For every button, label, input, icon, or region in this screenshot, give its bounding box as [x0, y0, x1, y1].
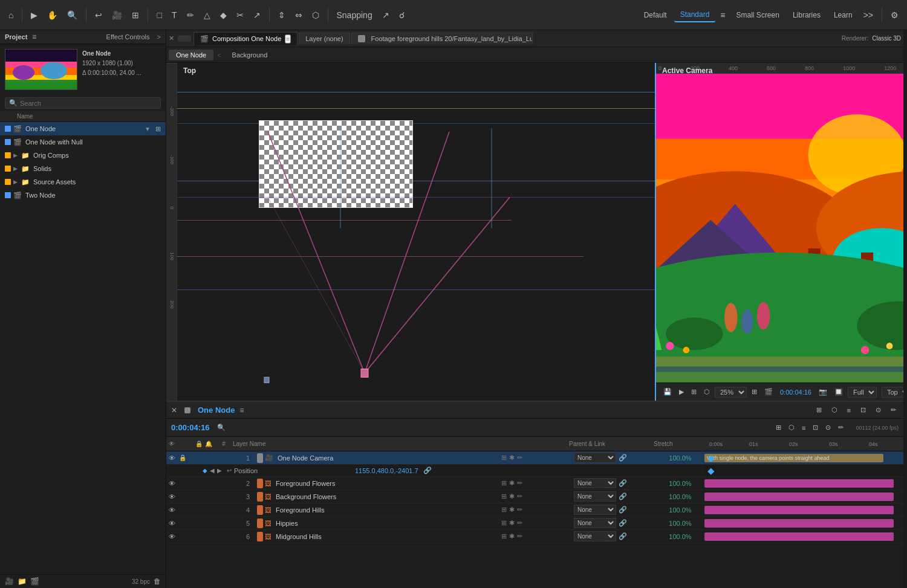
- track-row-1[interactable]: With single node, the camera points stra…: [704, 451, 903, 465]
- camera-tool[interactable]: 🎥: [108, 8, 126, 22]
- layer-row-2[interactable]: 👁 2 🖼 Foreground Flowers ⊞ ✱ ✏: [166, 477, 704, 490]
- view-mode-select[interactable]: Top: [882, 387, 903, 398]
- transport-btn5[interactable]: ⊙: [873, 405, 883, 415]
- project-menu-btn[interactable]: ≡: [32, 33, 36, 41]
- expand-btn[interactable]: >: [157, 33, 161, 40]
- tl-btn3[interactable]: ≡: [799, 423, 808, 433]
- project-item-one-node[interactable]: 🎬 One Node ▼ ⊞: [0, 122, 166, 135]
- tab-close-btn[interactable]: ≡: [285, 34, 291, 44]
- comp-tab-layer[interactable]: Layer (none): [299, 33, 349, 44]
- switch-icon[interactable]: ⊞: [501, 479, 507, 487]
- puppet-tool[interactable]: ✂: [233, 8, 247, 22]
- pin-tool[interactable]: ↗: [250, 8, 264, 22]
- switch-icon[interactable]: ✱: [509, 519, 515, 527]
- track-row-3[interactable]: [704, 490, 903, 503]
- transport-btn2[interactable]: ⬡: [829, 405, 840, 415]
- keyframe-icon[interactable]: ◆: [203, 467, 207, 474]
- switch-icon[interactable]: ✏: [517, 519, 522, 527]
- eye-btn-2[interactable]: 👁: [169, 480, 175, 487]
- workspace-learn[interactable]: Learn: [828, 8, 859, 22]
- switch-icon[interactable]: ✏: [517, 454, 522, 462]
- project-search-input[interactable]: [20, 100, 157, 107]
- parent-select-1[interactable]: None: [574, 453, 616, 463]
- timeline-menu-btn[interactable]: ≡: [239, 406, 244, 415]
- project-item-solids[interactable]: ▶ 📁 Solids: [0, 162, 166, 175]
- comp-view-btn[interactable]: 🎬: [762, 387, 775, 397]
- grid-btn[interactable]: ⊞: [689, 387, 699, 397]
- project-item-orig-comps[interactable]: ▶ 📁 Orig Comps: [0, 149, 166, 162]
- comp-tab-one-node[interactable]: 🎬 Composition One Node ≡: [193, 32, 297, 45]
- switch-icon[interactable]: ✱: [509, 506, 515, 514]
- lock-btn-1[interactable]: 🔒: [179, 454, 186, 461]
- project-item-two-node[interactable]: 🎬 Two Node: [0, 189, 166, 202]
- eye-btn-6[interactable]: 👁: [169, 533, 175, 540]
- timeline-close-btn[interactable]: ✕: [171, 406, 177, 415]
- switch-icon[interactable]: ✏: [517, 493, 522, 500]
- view-tab-one-node[interactable]: One Node: [169, 50, 213, 60]
- switch-icon[interactable]: ✱: [509, 532, 515, 540]
- tab-close-x[interactable]: ✕: [169, 34, 174, 42]
- zoom-select[interactable]: 25%: [715, 387, 747, 398]
- workspace-small[interactable]: Small Screen: [730, 8, 785, 22]
- tl-btn4[interactable]: ⊡: [810, 422, 821, 433]
- transport-btn1[interactable]: ⊞: [814, 405, 824, 415]
- zoom-fit-btn[interactable]: ⊞: [749, 387, 759, 397]
- workspace-libraries[interactable]: Libraries: [787, 8, 827, 22]
- select-tool[interactable]: ▶: [27, 8, 41, 22]
- switch-icon[interactable]: ✱: [509, 493, 515, 500]
- zoom-tool[interactable]: 🔍: [63, 8, 81, 22]
- save-frame-btn[interactable]: 💾: [661, 387, 674, 397]
- anchor-tool[interactable]: △: [200, 8, 214, 22]
- project-item-source-assets[interactable]: ▶ 📁 Source Assets: [0, 175, 166, 189]
- effect-controls-tab[interactable]: Effect Controls: [106, 33, 150, 40]
- folder-btn[interactable]: 📁: [18, 577, 27, 586]
- layer-row-4[interactable]: 👁 4 🖼 Foreground Hills ⊞ ✱ ✏: [166, 503, 704, 517]
- show-snap-btn[interactable]: 🔲: [832, 387, 845, 397]
- parent-select-5[interactable]: None: [574, 518, 616, 528]
- transport-btn4[interactable]: ⊡: [858, 405, 868, 415]
- snapping-btn[interactable]: Snapping: [333, 8, 376, 22]
- pen-tool[interactable]: ✏: [183, 8, 198, 22]
- snap-icon2[interactable]: ☌: [395, 8, 408, 22]
- parent-select-2[interactable]: None: [574, 478, 616, 488]
- mask-tool[interactable]: ◆: [216, 8, 230, 22]
- delete-btn[interactable]: 🗑: [154, 577, 161, 586]
- eye-btn-5[interactable]: 👁: [169, 520, 175, 527]
- eye-btn-3[interactable]: 👁: [169, 493, 175, 500]
- undo-btn[interactable]: ↩: [91, 8, 106, 22]
- quality-select[interactable]: Full: [848, 387, 877, 398]
- switch-icon[interactable]: ✱: [509, 479, 515, 487]
- tl-btn5[interactable]: ⊙: [823, 422, 833, 433]
- home-btn[interactable]: ⌂: [5, 8, 17, 22]
- workspace-menu[interactable]: ≡: [717, 8, 729, 22]
- switch-icon[interactable]: ✱: [509, 454, 515, 462]
- project-item-one-node-null[interactable]: 🎬 One Node with Null: [0, 135, 166, 149]
- snap-icon[interactable]: ↗: [379, 8, 393, 22]
- transport-btn3[interactable]: ≡: [845, 405, 853, 415]
- transport-btn6[interactable]: ✏: [888, 405, 899, 415]
- settings-btn[interactable]: ⚙: [887, 8, 902, 22]
- 3d-btn[interactable]: ⬡: [701, 387, 712, 397]
- switch-icon[interactable]: ⊞: [501, 493, 507, 500]
- tl-btn6[interactable]: ✏: [836, 422, 846, 433]
- track-row-5[interactable]: [704, 517, 903, 530]
- switch-icon[interactable]: ⊞: [501, 519, 507, 527]
- snapshot-btn[interactable]: 📷: [816, 387, 830, 397]
- switch-icon[interactable]: ✏: [517, 506, 522, 514]
- layer-row-6[interactable]: 👁 6 🖼 Midground Hills ⊞ ✱ ✏: [166, 530, 704, 543]
- workspace-default[interactable]: Default: [638, 8, 673, 22]
- eye-btn-4[interactable]: 👁: [169, 506, 175, 514]
- parent-select-6[interactable]: None: [574, 531, 616, 541]
- track-row-4[interactable]: [704, 503, 903, 517]
- tl-btn2[interactable]: ⬡: [786, 422, 797, 433]
- layer-row-5[interactable]: 👁 5 🖼 Hippies ⊞ ✱ ✏ None: [166, 517, 704, 530]
- align-tool[interactable]: ⇕: [275, 8, 289, 22]
- rect-tool[interactable]: □: [153, 8, 165, 22]
- 3d-tool[interactable]: ⬡: [308, 8, 323, 22]
- eye-btn-1[interactable]: 👁: [169, 454, 175, 462]
- new-comp-btn[interactable]: 🎬: [30, 577, 39, 586]
- hand-tool[interactable]: ✋: [44, 8, 61, 22]
- switch-icon[interactable]: ✏: [517, 532, 522, 540]
- kf-next[interactable]: ▶: [217, 467, 222, 474]
- switch-icon[interactable]: ⊞: [501, 454, 507, 462]
